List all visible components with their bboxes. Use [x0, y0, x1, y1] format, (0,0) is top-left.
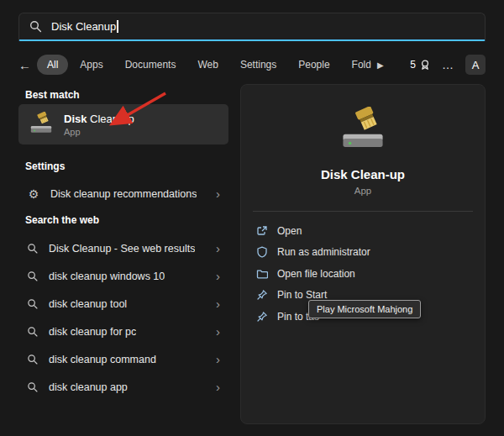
action-label: Run as administrator: [277, 246, 370, 258]
search-icon: [27, 326, 39, 338]
rewards-button[interactable]: 5: [410, 59, 431, 71]
filter-tab-folders[interactable]: Fold: [342, 55, 371, 75]
web-item-label: disk cleanup command: [49, 354, 156, 365]
disk-cleanup-app-icon: [29, 112, 54, 137]
web-result-item[interactable]: disk cleanup app ›: [18, 373, 228, 401]
best-match-title: Disk Clean-up: [64, 113, 134, 125]
best-match-header: Best match: [25, 89, 80, 101]
best-match-title-rest: Clean-up: [90, 113, 134, 125]
web-result-item[interactable]: Disk Cleanup - See web results ›: [18, 234, 228, 262]
best-match-title-bold: Disk: [64, 113, 87, 125]
text-caret: [117, 20, 118, 33]
filter-tab-settings[interactable]: Settings: [230, 55, 286, 75]
search-icon: [27, 298, 39, 310]
disk-cleanup-app-icon-large: [339, 107, 387, 155]
topbar-right-cluster: 5 … A: [410, 53, 486, 76]
chevron-right-icon: ›: [216, 187, 220, 200]
account-avatar[interactable]: A: [465, 55, 486, 75]
search-icon: [29, 20, 42, 33]
web-result-item[interactable]: disk cleanup tool ›: [18, 290, 228, 318]
rewards-icon: [419, 59, 431, 71]
search-icon: [27, 354, 39, 365]
action-open[interactable]: Open: [241, 220, 485, 242]
windows-search-panel: Disk Cleanup ← All Apps Documents Web Se…: [0, 0, 504, 436]
pin-icon: [256, 311, 268, 323]
action-label: Open: [277, 225, 302, 237]
open-icon: [256, 225, 268, 237]
search-query-text: Disk Cleanup: [51, 20, 116, 33]
pin-icon: [256, 289, 268, 301]
filter-tab-apps[interactable]: Apps: [70, 55, 113, 75]
chevron-right-icon: ›: [216, 353, 220, 365]
preview-app-subtitle: App: [241, 186, 485, 196]
web-section-header: Search the web: [25, 214, 99, 226]
settings-section-header: Settings: [25, 160, 65, 172]
web-result-item[interactable]: disk cleanup command ›: [18, 345, 228, 373]
best-match-result[interactable]: Disk Clean-up App: [18, 104, 228, 144]
tooltip: Play Microsoft Mahjong: [308, 300, 421, 318]
filter-tab-all[interactable]: All: [37, 55, 68, 75]
search-icon: [27, 243, 39, 255]
search-icon: [27, 381, 39, 393]
web-item-label: disk cleanup windows 10: [49, 271, 165, 282]
best-match-meta: Disk Clean-up App: [64, 113, 134, 137]
best-match-subtitle: App: [64, 127, 134, 137]
web-item-label: disk cleanup app: [49, 381, 128, 393]
more-options-icon[interactable]: …: [442, 58, 454, 71]
search-icon: [27, 271, 39, 282]
action-label: Open file location: [277, 268, 355, 280]
web-item-label: disk cleanup for pc: [49, 326, 136, 338]
web-item-label: Disk Cleanup - See web results: [49, 243, 195, 255]
web-result-item[interactable]: disk cleanup windows 10 ›: [18, 262, 228, 290]
rewards-count: 5: [410, 59, 416, 71]
web-item-label: disk cleanup tool: [49, 298, 127, 310]
chevron-right-icon: ›: [216, 242, 220, 255]
filter-tab-web[interactable]: Web: [187, 55, 228, 75]
filter-tab-people[interactable]: People: [288, 55, 339, 75]
chevron-right-icon: ›: [216, 270, 220, 282]
filter-tab-documents[interactable]: Documents: [115, 55, 186, 75]
action-open-file-location[interactable]: Open file location: [241, 263, 485, 285]
web-result-item[interactable]: disk cleanup for pc ›: [18, 318, 228, 345]
preview-panel: Disk Clean-up App Open Run as administra…: [240, 84, 486, 424]
search-input[interactable]: Disk Cleanup: [18, 13, 486, 41]
back-arrow-icon[interactable]: ←: [18, 58, 37, 72]
more-filters-icon[interactable]: ▶: [371, 56, 390, 74]
chevron-right-icon: ›: [216, 381, 220, 393]
preview-app-title: Disk Clean-up: [241, 167, 485, 181]
shield-icon: [256, 246, 268, 258]
settings-result-item[interactable]: ⚙ Disk cleanup recommendations ›: [18, 180, 228, 207]
filter-row: ← All Apps Documents Web Settings People…: [18, 53, 486, 76]
folder-icon: [256, 268, 268, 280]
settings-item-icon: ⚙: [27, 187, 40, 201]
chevron-right-icon: ›: [216, 325, 220, 338]
divider: [253, 211, 473, 212]
action-run-as-admin[interactable]: Run as administrator: [241, 242, 485, 264]
chevron-right-icon: ›: [216, 297, 220, 310]
settings-item-label: Disk cleanup recommendations: [50, 188, 197, 200]
